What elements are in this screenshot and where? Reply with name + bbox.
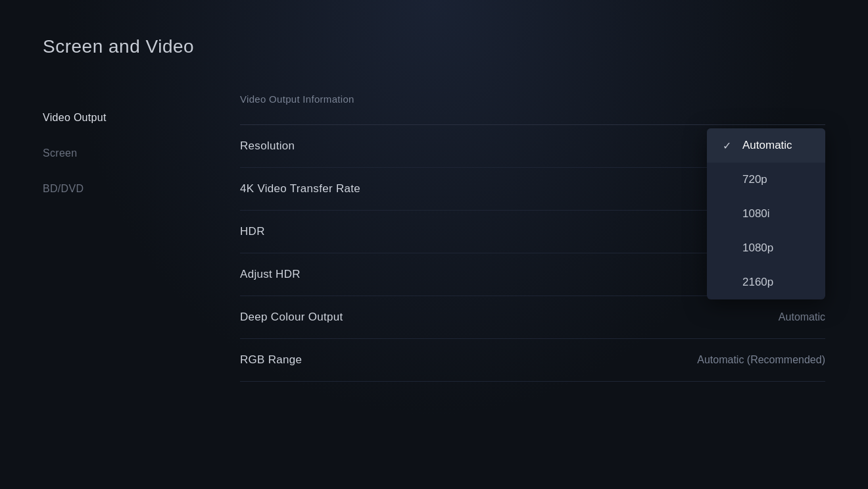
check-icon: ✓: [723, 140, 733, 152]
setting-row-rgb-range[interactable]: RGB Range Automatic (Recommended): [240, 339, 825, 382]
setting-row-resolution: Resolution ✓ Automatic 720p: [240, 125, 825, 168]
dropdown-option-2160p[interactable]: 2160p: [707, 265, 825, 299]
sidebar: Video Output Screen BD/DVD: [43, 93, 227, 382]
main-layout: Video Output Screen BD/DVD Video Output …: [43, 93, 825, 382]
rgb-range-label: RGB Range: [240, 353, 302, 367]
deep-colour-value: Automatic: [779, 311, 825, 323]
deep-colour-label: Deep Colour Output: [240, 311, 343, 324]
dropdown-option-automatic[interactable]: ✓ Automatic: [707, 128, 825, 163]
resolution-dropdown[interactable]: ✓ Automatic 720p 1080i: [707, 128, 825, 299]
hdr-label: HDR: [240, 225, 265, 238]
adjust-hdr-label: Adjust HDR: [240, 268, 301, 281]
section-title: Video Output Information: [240, 93, 825, 105]
dropdown-option-1080p[interactable]: 1080p: [707, 231, 825, 265]
settings-list: Resolution ✓ Automatic 720p: [240, 124, 825, 382]
rgb-range-value: Automatic (Recommended): [697, 354, 825, 366]
resolution-label: Resolution: [240, 140, 295, 153]
sidebar-item-video-output[interactable]: Video Output: [43, 100, 227, 136]
dropdown-option-720p[interactable]: 720p: [707, 163, 825, 197]
sidebar-item-screen[interactable]: Screen: [43, 136, 227, 171]
dropdown-menu: ✓ Automatic 720p 1080i: [707, 128, 825, 299]
page-title: Screen and Video: [43, 36, 825, 57]
setting-row-deep-colour[interactable]: Deep Colour Output Automatic: [240, 296, 825, 339]
4k-transfer-label: 4K Video Transfer Rate: [240, 182, 360, 195]
main-content: Video Output Information Resolution ✓ Au…: [227, 93, 825, 382]
dropdown-option-1080i[interactable]: 1080i: [707, 197, 825, 231]
sidebar-item-bd-dvd[interactable]: BD/DVD: [43, 171, 227, 207]
page-content: Screen and Video Video Output Screen BD/…: [0, 0, 868, 418]
